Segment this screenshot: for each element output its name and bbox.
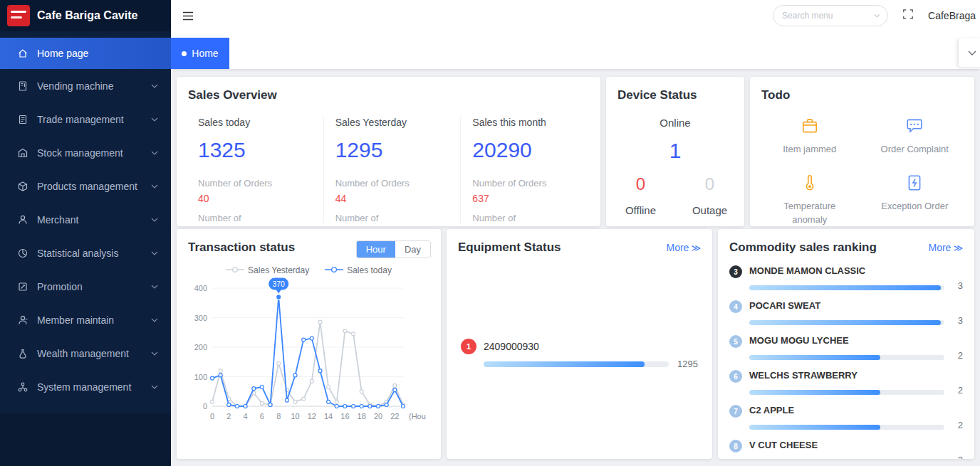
svg-text:400: 400 xyxy=(194,284,207,292)
toggle-day-button[interactable]: Day xyxy=(395,241,430,258)
sidebar-item-promotion[interactable]: Promotion xyxy=(0,270,171,303)
sidebar-item-statistical-analysis[interactable]: Statistical analysis xyxy=(0,236,171,270)
sidebar-item-products-management[interactable]: Products management xyxy=(0,169,171,203)
tab-bar: Home xyxy=(171,31,980,69)
orders-value: 637 xyxy=(472,193,586,204)
sidebar-item-member-maintain[interactable]: Member maintain xyxy=(0,303,171,337)
rank-badge: 3 xyxy=(729,265,742,278)
ranking-row[interactable]: 6 WELCHS STRAWBERRY 2 xyxy=(718,365,974,400)
todo-item-exception-order[interactable]: Exception Order xyxy=(862,174,968,226)
brand-title: Cafe Bariga Cavite xyxy=(37,9,137,22)
progress-bar-fill xyxy=(749,285,941,290)
device-status-row: 0 Offline 0 Outage xyxy=(606,174,744,216)
transaction-line-chart[interactable]: 01002003004000246810121416182022(Hou370 xyxy=(188,277,430,425)
rank-badge: 4 xyxy=(729,300,742,313)
hamburger-menu-icon[interactable] xyxy=(182,11,194,21)
product-name: C2 APPLE xyxy=(749,405,963,415)
svg-text:(Hou: (Hou xyxy=(409,412,426,420)
ranking-bar-row: 3 xyxy=(749,280,963,291)
sidebar-item-label: Vending machine xyxy=(37,80,113,92)
progress-bar-fill xyxy=(484,361,645,367)
equipment-row[interactable]: 1 2409000930 1295 xyxy=(447,339,712,369)
progress-bar xyxy=(749,425,944,430)
vending-machine-icon xyxy=(17,80,28,92)
chevron-down-icon xyxy=(151,117,158,122)
search-input[interactable] xyxy=(781,10,870,21)
sidebar-item-label: Products management xyxy=(37,181,137,192)
sidebar-item-vending-machine[interactable]: Vending machine xyxy=(0,69,171,102)
sidebar: Cafe Bariga Cavite Home page Vending mac… xyxy=(0,0,171,466)
sidebar-header: Cafe Bariga Cavite xyxy=(0,0,171,31)
chevron-down-icon xyxy=(151,151,158,155)
chevron-down-icon xyxy=(968,51,976,55)
card-title: Device Status xyxy=(606,77,744,102)
tab-list-dropdown-button[interactable] xyxy=(959,38,980,67)
sidebar-item-system-management[interactable]: System management xyxy=(0,370,171,403)
online-count: 1 xyxy=(606,139,744,163)
sidebar-item-merchant[interactable]: Merchant xyxy=(0,203,171,236)
tab-home[interactable]: Home xyxy=(171,38,229,69)
chevron-down-icon xyxy=(151,251,158,255)
fullscreen-icon[interactable] xyxy=(902,9,914,23)
card-title: Transaction status xyxy=(188,240,295,255)
offline-count: 0 xyxy=(606,174,675,194)
offline-label: Offline xyxy=(606,204,675,216)
progress-bar xyxy=(749,320,944,325)
temperature-anomaly-icon xyxy=(801,174,819,192)
ranking-row-main: MONDE MAMON CLASSIC 3 xyxy=(749,265,963,291)
chart-legend: Sales Yesterday Sales today xyxy=(177,265,441,275)
svg-text:10: 10 xyxy=(291,412,299,420)
ranking-row[interactable]: 7 C2 APPLE 2 xyxy=(718,400,974,435)
todo-item-item-jammed[interactable]: Item jammed xyxy=(757,117,862,157)
legend-sales-yesterday[interactable]: Sales Yesterday xyxy=(226,265,309,275)
equipment-more-link[interactable]: More ≫ xyxy=(666,242,701,253)
sidebar-item-wealth-management[interactable]: Wealth management xyxy=(0,337,171,370)
sales-amount: 1295 xyxy=(335,138,449,162)
search-menu-select[interactable] xyxy=(773,5,888,26)
main-content: Sales Overview Sales today 1325 Number o… xyxy=(171,69,980,466)
chevron-down-icon xyxy=(151,84,158,88)
equipment-row-main: 2409000930 1295 xyxy=(484,339,698,369)
sidebar-item-label: Wealth management xyxy=(37,348,129,359)
legend-label: Sales today xyxy=(347,265,392,275)
svg-text:20: 20 xyxy=(373,412,382,420)
svg-text:200: 200 xyxy=(194,343,207,351)
todo-item-order-complaint[interactable]: Order Complaint xyxy=(862,117,968,157)
toggle-hour-button[interactable]: Hour xyxy=(357,241,395,258)
ranking-row[interactable]: 3 MONDE MAMON CLASSIC 3 xyxy=(718,260,974,295)
sidebar-item-label: System management xyxy=(37,381,131,393)
stock-icon xyxy=(17,147,28,159)
sidebar-item-trade-management[interactable]: Trade management xyxy=(0,102,171,136)
todo-item-label: Temperature anomaly xyxy=(773,200,847,226)
svg-text:0: 0 xyxy=(209,412,214,420)
sidebar-item-label: Statistical analysis xyxy=(37,248,118,259)
exception-order-icon xyxy=(905,174,924,192)
equipment-bar-row: 1295 xyxy=(484,359,698,369)
ranking-row-main: WELCHS STRAWBERRY 2 xyxy=(749,370,963,396)
sidebar-footer xyxy=(0,413,171,466)
orders-label: Number of Orders xyxy=(198,178,312,189)
ranking-bar-row: 3 xyxy=(749,315,963,326)
hour-day-toggle: Hour Day xyxy=(356,240,431,258)
truncated-label: Number of xyxy=(198,213,312,223)
home-icon xyxy=(17,48,28,59)
svg-text:100: 100 xyxy=(194,373,207,381)
truncated-label: Number of xyxy=(335,213,449,223)
more-label: More xyxy=(666,242,689,253)
sidebar-item-label: Member maintain xyxy=(37,314,114,326)
sidebar-item-home-page[interactable]: Home page xyxy=(0,38,171,69)
sales-today-column: Sales today 1325 Number of Orders 40 Num… xyxy=(187,117,323,223)
sales-count: 2 xyxy=(953,420,963,430)
ranking-row[interactable]: 5 MOGU MOGU LYCHEE 2 xyxy=(718,330,974,365)
todo-item-temperature-anomaly[interactable]: Temperature anomaly xyxy=(757,174,862,226)
legend-sales-today[interactable]: Sales today xyxy=(325,265,392,275)
sidebar-item-stock-management[interactable]: Stock management xyxy=(0,136,171,169)
sidebar-item-label: Merchant xyxy=(37,214,78,226)
system-icon xyxy=(17,381,28,393)
truncated-label: Number of xyxy=(472,213,586,223)
ranking-row[interactable]: 8 V CUT CHEESE 2 xyxy=(718,435,974,459)
commodity-more-link[interactable]: More ≫ xyxy=(928,242,963,253)
account-name[interactable]: CafeBraga xyxy=(928,10,976,21)
chevron-down-icon xyxy=(151,351,158,356)
ranking-row[interactable]: 4 POCARI SWEAT 3 xyxy=(718,295,974,330)
